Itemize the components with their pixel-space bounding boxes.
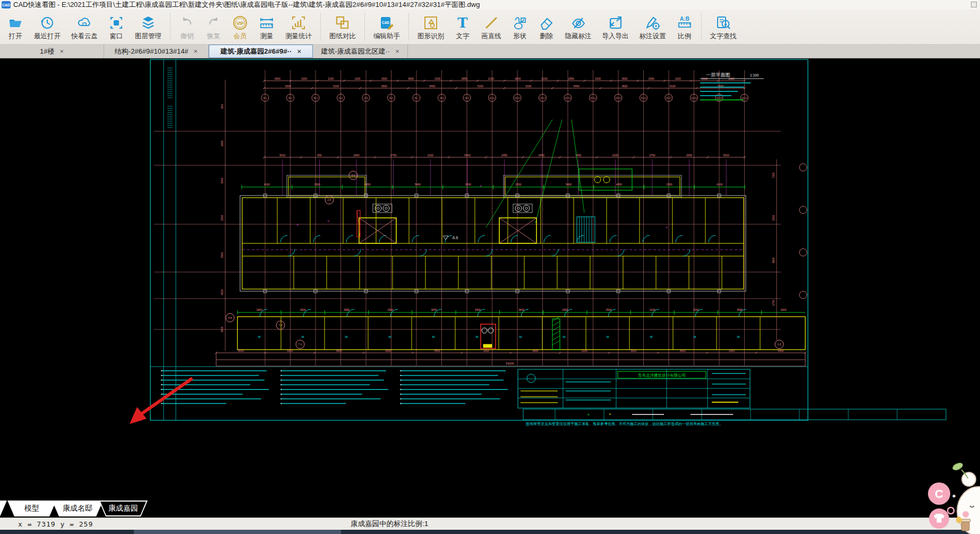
svg-text:1300: 1300 bbox=[301, 77, 307, 80]
svg-text:≡: ≡ bbox=[609, 412, 611, 416]
scale-icon: A:B bbox=[677, 15, 693, 31]
svg-text:1500: 1500 bbox=[314, 183, 320, 186]
svg-text:3600: 3600 bbox=[621, 84, 627, 88]
svg-text:3310: 3310 bbox=[287, 349, 293, 352]
toolbar-separator bbox=[408, 13, 409, 41]
svg-text:3600: 3600 bbox=[532, 349, 538, 352]
compare-button[interactable]: 图纸对比 bbox=[324, 10, 361, 44]
svg-text:2100: 2100 bbox=[612, 154, 618, 157]
line-icon bbox=[483, 15, 499, 31]
svg-text:5100: 5100 bbox=[525, 84, 531, 88]
shape-recognition-button[interactable]: 图形识别 bbox=[412, 10, 449, 44]
text-label: 文字 bbox=[456, 32, 470, 41]
layers-label: 图层管理 bbox=[135, 32, 161, 41]
text-button[interactable]: T 文字 bbox=[449, 10, 476, 44]
status-bar: x = 7319 y = 259 康成嘉园中的标注比例:1 bbox=[0, 518, 980, 530]
cloud-button[interactable]: 快看云盘 bbox=[66, 10, 103, 44]
svg-text:W-13: W-13 bbox=[565, 97, 571, 99]
svg-text:3900: 3900 bbox=[220, 326, 224, 332]
close-tab-icon[interactable]: × bbox=[297, 47, 301, 55]
svg-text:3600: 3600 bbox=[621, 77, 627, 80]
sheet-tab-1[interactable]: 康成名邸 bbox=[52, 501, 103, 516]
svg-text:1750: 1750 bbox=[772, 300, 775, 306]
doc-tab-2[interactable]: 建筑-康成嘉园2#6#9#·· × bbox=[209, 45, 313, 58]
compare-icon bbox=[335, 15, 351, 31]
sheet-tab-2[interactable]: 康成嘉园 bbox=[99, 501, 148, 516]
window-title: CAD快速看图 - E:\2021工作项目\土建工程\康成嘉园工程\新建文件夹\… bbox=[13, 0, 480, 10]
svg-text:5100: 5100 bbox=[670, 84, 676, 88]
scrollbar-thumb[interactable] bbox=[134, 530, 341, 534]
svg-text:500: 500 bbox=[317, 154, 322, 157]
svg-text:3000: 3000 bbox=[385, 349, 391, 352]
svg-text:3310: 3310 bbox=[483, 349, 489, 352]
svg-text:7-1: 7-1 bbox=[299, 343, 302, 346]
shapes-icon bbox=[512, 15, 528, 31]
shapes-button[interactable]: 形状 bbox=[507, 10, 533, 44]
svg-text:W-8: W-8 bbox=[440, 97, 444, 99]
sheet-tab-0[interactable]: 模型 bbox=[7, 501, 56, 516]
desktop-pet-sticker[interactable]: C ✦ bbox=[900, 452, 980, 534]
recent-button[interactable]: 最近打开 bbox=[29, 10, 66, 44]
svg-text:W-4: W-4 bbox=[339, 97, 343, 99]
delete-button[interactable]: 删除 bbox=[533, 10, 560, 44]
svg-text:3500: 3500 bbox=[300, 308, 306, 311]
vip-button[interactable]: VIP 会员 bbox=[227, 10, 253, 44]
svg-text:3610: 3610 bbox=[679, 349, 685, 352]
doc-tab-0[interactable]: 1#楼 × bbox=[0, 45, 104, 58]
close-tab-icon[interactable]: × bbox=[194, 47, 198, 55]
doc-tab-label: 建筑-康成嘉园北区建·· bbox=[321, 47, 390, 56]
hide-icon bbox=[570, 15, 586, 31]
redo-button[interactable]: 恢复 bbox=[200, 10, 227, 44]
sheet-tab-edge bbox=[0, 501, 7, 516]
measure-label: 测量 bbox=[260, 32, 274, 41]
window-button[interactable]: 窗口 bbox=[103, 10, 130, 44]
cursor-coordinates: x = 7319 y = 259 bbox=[18, 520, 93, 528]
svg-text:5400: 5400 bbox=[464, 154, 470, 157]
svg-text:2-1: 2-1 bbox=[352, 174, 355, 177]
shape-recognition-label: 图形识别 bbox=[417, 32, 444, 41]
svg-text:✦: ✦ bbox=[951, 493, 957, 500]
svg-text:✳: ✳ bbox=[666, 226, 668, 229]
window-icon bbox=[108, 15, 124, 31]
edit-assistant-button[interactable]: CAD 编辑助手 bbox=[368, 10, 405, 44]
close-tab-icon[interactable]: × bbox=[59, 47, 64, 55]
svg-text:M: M bbox=[650, 335, 653, 338]
draw-line-button[interactable]: 画直线 bbox=[476, 10, 507, 44]
measure-button[interactable]: 测量 bbox=[253, 10, 280, 44]
svg-text:5010: 5010 bbox=[723, 154, 729, 157]
svg-text:2750: 2750 bbox=[390, 154, 396, 157]
svg-text:2100: 2100 bbox=[595, 77, 601, 80]
measure-stats-button[interactable]: 测量统计 bbox=[280, 10, 317, 44]
svg-text:1100: 1100 bbox=[675, 77, 681, 80]
text-search-button[interactable]: A 文字查找 bbox=[705, 10, 742, 44]
hide-annotation-button[interactable]: 隐藏标注 bbox=[560, 10, 597, 44]
shapes-label: 形状 bbox=[513, 32, 526, 41]
svg-text:5100: 5100 bbox=[333, 84, 339, 88]
horizontal-scrollbar[interactable] bbox=[0, 530, 980, 534]
import-export-button[interactable]: 导入导出 bbox=[597, 10, 634, 44]
svg-text:W-3: W-3 bbox=[313, 97, 318, 99]
svg-text:2450: 2450 bbox=[501, 154, 507, 157]
open-button[interactable]: 打开 bbox=[2, 10, 29, 44]
toolbar-separator bbox=[320, 13, 321, 41]
title-bar: CAD CAD快速看图 - E:\2021工作项目\土建工程\康成嘉园工程\新建… bbox=[0, 0, 980, 10]
undo-icon bbox=[179, 15, 195, 31]
annotation-settings-button[interactable]: 标注设置 bbox=[634, 10, 671, 44]
svg-text:1:100: 1:100 bbox=[750, 73, 759, 77]
layers-button[interactable]: 图层管理 bbox=[130, 10, 167, 44]
doc-tab-label: 1#楼 bbox=[40, 47, 54, 56]
doc-tab-1[interactable]: 结构-2#6#9#10#13#14# × bbox=[104, 45, 209, 58]
drawing-canvas[interactable]: 1800130021001100150036002100285021001800… bbox=[0, 58, 980, 499]
undo-button[interactable]: 撤销 bbox=[174, 10, 200, 44]
doc-tab-3[interactable]: 建筑-康成嘉园北区建·· × bbox=[313, 45, 408, 58]
edit-assistant-label: 编辑助手 bbox=[373, 32, 400, 41]
svg-text:4300: 4300 bbox=[778, 349, 783, 352]
svg-text:1500: 1500 bbox=[465, 183, 471, 186]
annotation-settings-label: 标注设置 bbox=[640, 32, 666, 41]
scale-button[interactable]: A:B 比例 bbox=[671, 10, 698, 44]
svg-text:M: M bbox=[345, 335, 348, 338]
recent-icon bbox=[39, 15, 55, 31]
window-control-icon[interactable] bbox=[971, 2, 977, 7]
svg-text:A: A bbox=[724, 22, 727, 27]
close-tab-icon[interactable]: × bbox=[395, 47, 399, 55]
